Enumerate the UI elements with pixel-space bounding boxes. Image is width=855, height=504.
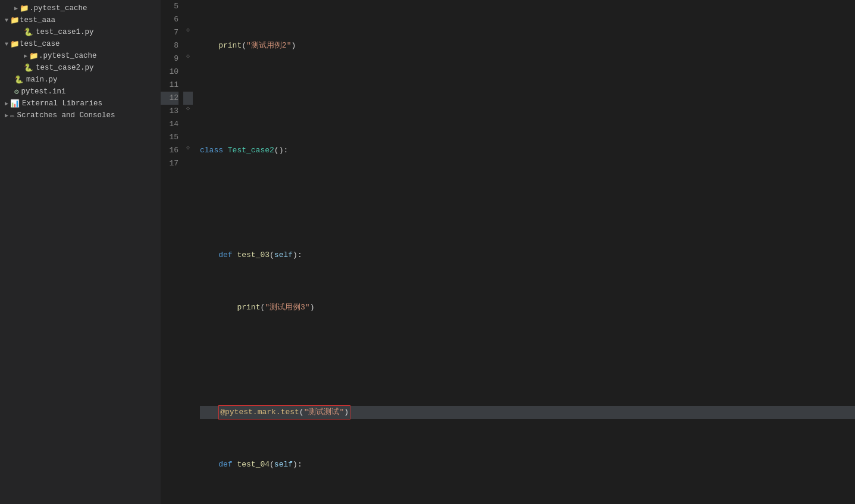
gutter-11: [183, 79, 193, 92]
gutter-12: [183, 92, 193, 105]
code-editor[interactable]: print("测试用例2") class Test_case2(): def t…: [193, 0, 855, 504]
sidebar-item-test-aaa[interactable]: 📁 test_aaa: [0, 14, 161, 26]
code-param: self: [274, 458, 293, 471]
gutter-16: ◇: [183, 144, 193, 157]
sidebar-item-pytest-cache2[interactable]: 📁 .pytest_cache: [0, 50, 161, 62]
gutter-17: [183, 157, 193, 170]
ext-lib-icon: 📊: [10, 99, 20, 108]
sidebar-item-pytest-ini[interactable]: ⚙ pytest.ini: [0, 86, 161, 98]
code-line-10: print("测试用例3"): [200, 301, 855, 314]
line-num-13: 13: [161, 105, 178, 118]
gutter-15: [183, 131, 193, 144]
sidebar-item-label: Scratches and Consoles: [17, 111, 115, 120]
sidebar-item-label: External Libraries: [22, 99, 102, 108]
folder-icon: 📁: [10, 39, 20, 49]
gutter-6: [183, 13, 193, 26]
sidebar-item-label: main.py: [26, 76, 58, 84]
ini-icon: ⚙: [14, 87, 19, 96]
code-line-13: def test_04(self):: [200, 458, 855, 471]
gutter-9: ◇: [183, 52, 193, 65]
scratch-icon: ✏: [10, 111, 15, 120]
folder-icon: 📁: [29, 51, 39, 61]
gutter-5: [183, 0, 193, 13]
py-icon: 🐍: [24, 63, 33, 73]
arrow-icon: [14, 5, 18, 12]
line-numbers: 5 6 7 8 9 10 11 12 13 14 15 16 17: [161, 0, 183, 504]
sidebar-item-pytest-cache[interactable]: 📁 .pytest_cache: [0, 2, 161, 14]
gutter-14: [183, 118, 193, 131]
line-num-6: 6: [161, 13, 178, 26]
top-area: 📁 .pytest_cache 📁 test_aaa 🐍 test_case1.…: [0, 0, 855, 504]
code-param: self: [274, 249, 293, 262]
code-def: def: [218, 458, 237, 471]
sidebar-item-label: .pytest_cache: [39, 52, 97, 60]
line-num-9: 9: [161, 52, 178, 65]
sidebar-item-main-py[interactable]: 🐍 main.py: [0, 74, 161, 86]
line-num-12: 12: [161, 92, 178, 105]
decorator-highlight: @pytest.mark.test("测试测试"): [218, 405, 350, 420]
py-icon: 🐍: [24, 27, 33, 37]
code-cls: Test_case2: [228, 144, 274, 157]
code-fn: print: [218, 39, 242, 52]
line-num-16: 16: [161, 144, 178, 157]
sidebar-item-test-case1[interactable]: 🐍 test_case1.py: [0, 26, 161, 38]
line-num-17: 17: [161, 157, 178, 170]
line-num-10: 10: [161, 65, 178, 79]
code-fn: print: [237, 301, 260, 314]
sidebar-item-test-case2[interactable]: 🐍 test_case2.py: [0, 62, 161, 74]
arrow-icon: [5, 41, 8, 48]
sidebar-item-scratches[interactable]: ✏ Scratches and Consoles: [0, 109, 161, 121]
sidebar-item-label: pytest.ini: [21, 87, 66, 96]
code-fn: test_04: [237, 458, 270, 471]
line-num-14: 14: [161, 118, 178, 131]
sidebar-item-label: test_case: [20, 40, 60, 48]
code-line-5: print("测试用例2"): [200, 39, 855, 52]
line-num-8: 8: [161, 39, 178, 52]
editor-content: 5 6 7 8 9 10 11 12 13 14 15 16 17 ◇ ◇: [161, 0, 855, 504]
sidebar-item-external-libraries[interactable]: 📊 External Libraries: [0, 98, 161, 109]
sidebar-item-label: test_case1.py: [36, 28, 94, 36]
sidebar-item-label: test_aaa: [20, 16, 55, 24]
editor-area: 5 6 7 8 9 10 11 12 13 14 15 16 17 ◇ ◇: [161, 0, 855, 504]
folder-icon: 📁: [20, 4, 29, 13]
code-line-8: [200, 196, 855, 209]
gutter-13: ◇: [183, 105, 193, 118]
sidebar-item-label: .pytest_cache: [29, 4, 87, 12]
code-line-6: [200, 92, 855, 105]
py-icon: 🐍: [14, 75, 24, 84]
code-line-7: class Test_case2():: [200, 144, 855, 157]
code-def: def: [218, 249, 237, 262]
sidebar-item-label: test_case2.py: [36, 64, 94, 72]
gutter-10: [183, 65, 193, 79]
code-kw: class: [200, 144, 228, 157]
code-indent: [200, 39, 218, 52]
arrow-icon: [5, 112, 8, 119]
code-line-12: @pytest.mark.test("测试测试"): [200, 406, 855, 419]
code-str: "测试用例3": [265, 301, 309, 314]
sidebar: 📁 .pytest_cache 📁 test_aaa 🐍 test_case1.…: [0, 0, 161, 504]
gutter-8: [183, 39, 193, 52]
code-line-11: [200, 353, 855, 367]
code-fn: test_03: [237, 249, 270, 262]
gutter: ◇ ◇ ◇ ◇: [183, 0, 193, 504]
arrow-icon: [5, 100, 8, 107]
arrow-icon: [24, 52, 27, 60]
code-decorator: @pytest.mark.test: [220, 408, 299, 417]
line-num-15: 15: [161, 131, 178, 144]
line-num-5: 5: [161, 0, 178, 13]
code-line-9: def test_03(self):: [200, 249, 855, 262]
folder-icon: 📁: [10, 15, 20, 25]
arrow-icon: [5, 17, 8, 24]
sidebar-item-test-case-folder[interactable]: 📁 test_case: [0, 38, 161, 50]
gutter-7: ◇: [183, 26, 193, 39]
code-str: "测试用例2": [246, 39, 291, 52]
code-str: "测试测试": [304, 408, 344, 417]
line-num-11: 11: [161, 79, 178, 92]
line-num-7: 7: [161, 26, 178, 39]
